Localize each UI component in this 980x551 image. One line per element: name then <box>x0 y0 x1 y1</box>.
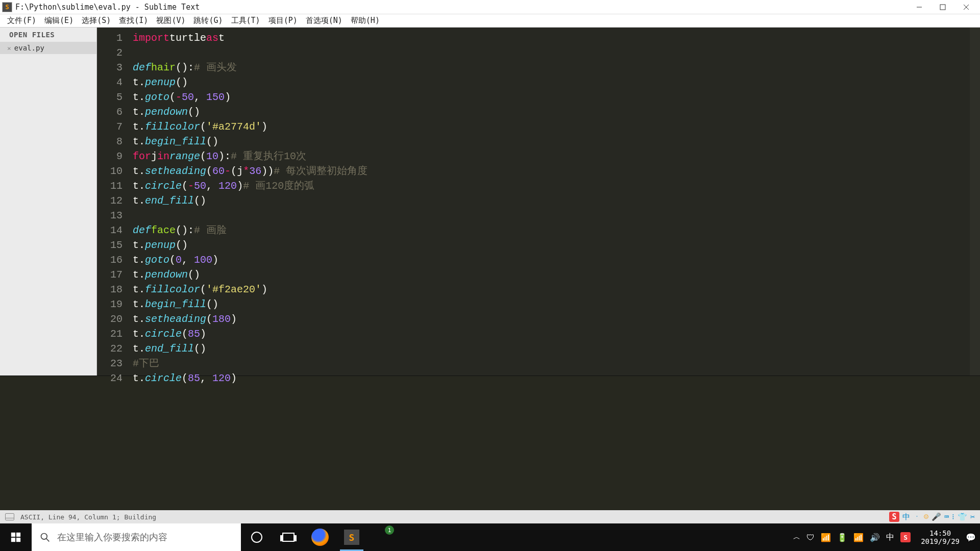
code-line[interactable]: t.pendown() <box>133 105 970 119</box>
code-line[interactable]: t.end_fill() <box>133 193 970 208</box>
taskbar-search[interactable]: 在这里输入你要搜索的内容 <box>32 523 241 551</box>
line-number: 5 <box>97 90 122 105</box>
menu-item[interactable]: 文件(F) <box>3 16 40 26</box>
tray-battery-icon[interactable]: 🔋 <box>837 533 847 542</box>
line-number: 17 <box>97 267 122 282</box>
close-button[interactable] <box>954 0 978 14</box>
sogou-ime-icon[interactable]: S <box>889 512 899 522</box>
line-number: 2 <box>97 45 122 60</box>
taskbar-app-sublime[interactable]: S <box>336 523 368 551</box>
menu-item[interactable]: 视图(V) <box>152 16 189 26</box>
taskbar: 在这里输入你要搜索的内容 S 1 ︿ 🛡 📶 🔋 📶 🔊 中 S 14:50 2… <box>0 523 980 551</box>
code-editor[interactable]: 123456789101112131415161718192021222324 … <box>97 28 980 375</box>
code-line[interactable]: def hair(): # 画头发 <box>133 60 970 75</box>
search-placeholder: 在这里输入你要搜索的内容 <box>57 531 167 543</box>
window-title: F:\Python\sublime\eval.py - Sublime Text <box>15 3 908 12</box>
code-line[interactable]: t.pendown() <box>133 267 970 282</box>
line-number: 11 <box>97 179 122 193</box>
code-line[interactable]: t.penup() <box>133 75 970 90</box>
menu-item[interactable]: 跳转(G) <box>189 16 227 26</box>
menu-item[interactable]: 选择(S) <box>78 16 115 26</box>
taskbar-app-firefox[interactable] <box>304 523 336 551</box>
menu-bar: 文件(F)编辑(E)选择(S)查找(I)视图(V)跳转(G)工具(T)项目(P)… <box>0 14 980 28</box>
code-line[interactable]: t.fillcolor('#a2774d') <box>133 119 970 134</box>
system-tray: ︿ 🛡 📶 🔋 📶 🔊 中 S 14:50 2019/9/29 💬 <box>793 529 980 545</box>
app-icon: S <box>2 2 12 12</box>
code-line[interactable]: t.goto(0, 100) <box>133 253 970 267</box>
svg-rect-7 <box>16 538 20 542</box>
start-button[interactable] <box>0 523 32 551</box>
minimap[interactable] <box>970 28 980 375</box>
code-line[interactable]: t.circle(85) <box>133 327 970 341</box>
open-file-item[interactable]: × eval.py <box>0 42 96 54</box>
code-line[interactable]: t.penup() <box>133 238 970 253</box>
ime-item[interactable]: 👕 <box>958 512 967 521</box>
code-area[interactable]: import turtle as t def hair(): # 画头发 t.p… <box>129 28 970 375</box>
ime-item[interactable]: 🎤 <box>932 512 941 521</box>
line-number: 15 <box>97 238 122 253</box>
code-line[interactable]: t.end_fill() <box>133 341 970 356</box>
code-line[interactable] <box>133 208 970 223</box>
taskbar-notification[interactable]: 1 <box>368 523 399 551</box>
sublime-icon: S <box>344 530 359 545</box>
maximize-button[interactable] <box>931 0 954 14</box>
close-file-icon[interactable]: × <box>7 44 11 52</box>
open-files-heading: OPEN FILES <box>0 28 96 42</box>
code-line[interactable] <box>133 45 970 60</box>
ime-item[interactable]: ☺ <box>924 512 928 521</box>
code-line[interactable]: t.goto(-50, 150) <box>133 90 970 105</box>
build-output-panel[interactable] <box>0 375 980 510</box>
line-number: 14 <box>97 223 122 238</box>
line-number: 21 <box>97 327 122 341</box>
code-line[interactable]: t.circle(-50, 120) # 画120度的弧 <box>133 179 970 193</box>
tray-lang[interactable]: 中 <box>886 532 894 543</box>
line-number: 8 <box>97 134 122 149</box>
code-line[interactable]: t.begin_fill() <box>133 134 970 149</box>
action-center-icon[interactable]: 💬 <box>966 533 976 542</box>
line-number: 24 <box>97 371 122 386</box>
sidebar: OPEN FILES × eval.py <box>0 28 97 375</box>
menu-item[interactable]: 查找(I) <box>115 16 152 26</box>
ime-item[interactable]: 中 <box>902 512 910 522</box>
tray-wifi-icon[interactable]: 📶 <box>853 533 864 542</box>
menu-item[interactable]: 项目(P) <box>264 16 302 26</box>
code-line[interactable]: t.setheading(60 - (j * 36)) # 每次调整初始角度 <box>133 164 970 179</box>
ime-item[interactable]: ⁝ <box>952 512 954 521</box>
line-number: 6 <box>97 105 122 119</box>
panel-switch-icon[interactable] <box>5 513 14 520</box>
line-gutter: 123456789101112131415161718192021222324 <box>97 28 129 375</box>
tray-sogou-icon[interactable]: S <box>900 532 911 542</box>
minimize-button[interactable] <box>908 0 931 14</box>
code-line[interactable]: t.setheading(180) <box>133 312 970 327</box>
tray-volume-icon[interactable]: 🔊 <box>870 533 880 542</box>
line-number: 19 <box>97 297 122 312</box>
ime-item[interactable]: ✂ <box>970 512 975 521</box>
code-line[interactable]: #下巴 <box>133 356 970 371</box>
tray-icon[interactable]: 📶 <box>821 533 831 542</box>
menu-item[interactable]: 工具(T) <box>227 16 264 26</box>
code-line[interactable]: import turtle as t <box>133 31 970 45</box>
tray-chevron-icon[interactable]: ︿ <box>793 533 800 542</box>
line-number: 18 <box>97 282 122 297</box>
line-number: 13 <box>97 208 122 223</box>
code-line[interactable]: for j in range(10): # 重复执行10次 <box>133 149 970 164</box>
code-line[interactable]: t.circle(85, 120) <box>133 371 970 386</box>
status-text: ASCII, Line 94, Column 1; Building <box>20 513 156 521</box>
svg-point-8 <box>41 534 47 540</box>
ime-item[interactable]: ㆍ <box>913 512 921 522</box>
code-line[interactable]: t.begin_fill() <box>133 297 970 312</box>
line-number: 4 <box>97 75 122 90</box>
code-line[interactable]: t.fillcolor('#f2ae20') <box>133 282 970 297</box>
line-number: 23 <box>97 356 122 371</box>
ime-toolbar[interactable]: S 中 ㆍ ☺ 🎤 ⌨ ⁝ 👕 ✂ <box>889 512 975 522</box>
menu-item[interactable]: 编辑(E) <box>40 16 78 26</box>
code-line[interactable]: def face(): # 画脸 <box>133 223 970 238</box>
task-view-button[interactable] <box>273 523 304 551</box>
tray-date: 2019/9/29 <box>921 537 960 545</box>
ime-item[interactable]: ⌨ <box>944 512 949 521</box>
menu-item[interactable]: 帮助(H) <box>347 16 384 26</box>
tray-icon[interactable]: 🛡 <box>806 533 815 542</box>
menu-item[interactable]: 首选项(N) <box>302 16 347 26</box>
cortana-button[interactable] <box>241 523 273 551</box>
tray-clock[interactable]: 14:50 2019/9/29 <box>921 529 960 545</box>
